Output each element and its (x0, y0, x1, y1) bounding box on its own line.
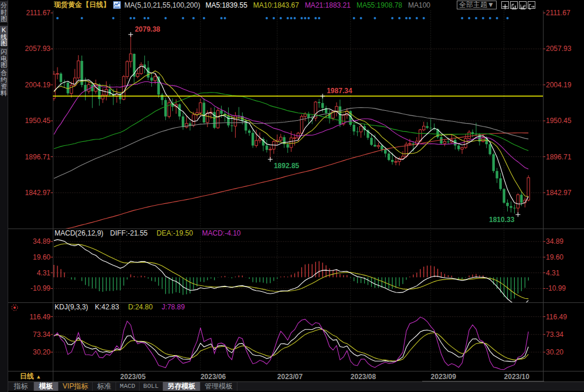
svg-text:1987.34: 1987.34 (327, 87, 352, 95)
svg-text:116.49: 116.49 (29, 313, 50, 321)
symbol-title: 现货黄金【日线】 (54, 0, 110, 10)
tab-templates[interactable]: 模板 (34, 382, 59, 391)
ma55-value: MA55:1908.78 (356, 1, 402, 9)
sidebar-tab-contract-info[interactable]: 合约资料 (0, 69, 8, 96)
exit-fullscreen-icon[interactable] (528, 1, 535, 9)
svg-text:-10.99: -10.99 (30, 284, 50, 292)
svg-text:2023/05: 2023/05 (120, 373, 146, 381)
tab-macd[interactable]: MACD (116, 382, 140, 391)
tab-standard[interactable]: 标准 (93, 382, 116, 391)
svg-text:1892.85: 1892.85 (274, 162, 300, 170)
tab-boll[interactable]: BOLL (140, 382, 163, 391)
kdj-j-value: J:78.89 (162, 303, 185, 311)
svg-text:2023/09: 2023/09 (431, 373, 457, 381)
svg-text:2079.38: 2079.38 (135, 25, 161, 33)
alert-icon[interactable] (11, 304, 19, 314)
svg-text:2023/06: 2023/06 (201, 373, 226, 381)
kline-chart-icon[interactable] (113, 1, 121, 9)
kdj-k-value: K:42.83 (95, 303, 119, 311)
svg-text:1842.97: 1842.97 (25, 189, 51, 197)
svg-text:2023/08: 2023/08 (351, 373, 376, 381)
tab-manage-templates[interactable]: 管理模板 (201, 382, 237, 391)
svg-text:34.89: 34.89 (33, 237, 50, 246)
ma21-value: MA21:1883.21 (305, 1, 351, 9)
svg-text:116.49: 116.49 (546, 313, 567, 321)
svg-text:2057.93: 2057.93 (25, 45, 51, 53)
svg-text:2111.67: 2111.67 (546, 9, 571, 17)
svg-text:-10.99: -10.99 (546, 284, 566, 292)
kdj-d-value: D:24.80 (128, 303, 152, 311)
crosshair-tool-icon[interactable] (501, 1, 509, 9)
sidebar-tab-timeline-chart[interactable]: 分时图 (0, 1, 8, 23)
period-selector[interactable]: 日线 ▲ (8, 372, 53, 381)
kdj-indicator-title: KDJ(9,3,3) K:42.83 D:24.80 J:78.89 (55, 304, 185, 311)
ma10-value: MA10:1843.67 (253, 1, 299, 9)
indicator-window-up-icon[interactable] (510, 1, 518, 9)
bottom-tab-bar: 指标 模板 VIP指标 标准 MACD BOLL 另存模板 管理模板 (8, 381, 584, 391)
tab-indicators[interactable]: 指标 (8, 382, 34, 391)
macd-macd-value: MACD:-4.10 (202, 229, 240, 237)
svg-text:1950.45: 1950.45 (546, 117, 572, 125)
theme-dropdown[interactable]: 全部主题▼ (457, 1, 497, 9)
macd-params: MACD(26,12,9) (55, 229, 103, 237)
tab-save-template[interactable]: 另存模板 (163, 382, 201, 391)
svg-text:30.20: 30.20 (33, 348, 50, 356)
svg-text:4.31: 4.31 (37, 269, 51, 277)
time-axis-labels: 2023/052023/062023/072023/082023/092023/… (120, 373, 529, 381)
svg-text:2057.93: 2057.93 (546, 45, 572, 53)
svg-text:19.60: 19.60 (33, 253, 50, 261)
up-arrow-icon: ▲ (36, 374, 41, 380)
svg-text:1896.71: 1896.71 (25, 153, 51, 161)
svg-text:34.89: 34.89 (546, 237, 563, 246)
svg-text:73.34: 73.34 (33, 330, 50, 339)
ma5-value: MA5:1839.55 (205, 1, 247, 9)
left-sidebar: 分时图 K线图 闪电图 合约资料 (0, 0, 8, 392)
svg-text:1896.71: 1896.71 (546, 153, 572, 161)
svg-text:73.34: 73.34 (546, 330, 563, 339)
svg-text:2023/07: 2023/07 (277, 373, 303, 381)
header-controls: 全部主题▼ (457, 1, 535, 9)
trading-app: 2079.381987.341892.851810.332111.672111.… (0, 0, 584, 392)
svg-text:2004.19: 2004.19 (546, 81, 572, 89)
svg-text:4.31: 4.31 (546, 269, 560, 277)
svg-text:2111.67: 2111.67 (26, 9, 50, 17)
svg-text:1842.97: 1842.97 (546, 189, 572, 197)
svg-text:2023/10: 2023/10 (504, 373, 530, 381)
svg-text:1950.45: 1950.45 (25, 117, 51, 125)
macd-diff-value: DIFF:-21.55 (110, 229, 148, 237)
svg-text:19.60: 19.60 (546, 253, 563, 261)
svg-text:2004.19: 2004.19 (25, 81, 51, 89)
svg-text:1810.33: 1810.33 (489, 216, 515, 224)
indicator-window-right-icon[interactable] (519, 1, 527, 9)
kdj-params: KDJ(9,3,3) (55, 303, 88, 311)
chart-canvas[interactable]: 2079.381987.341892.851810.332111.672111.… (0, 0, 584, 392)
tab-vip-indicators[interactable]: VIP指标 (59, 382, 93, 391)
macd-dea-value: DEA:-19.50 (157, 229, 193, 237)
sidebar-tab-kline-chart[interactable]: K线图 (0, 26, 8, 47)
sidebar-tab-flash-chart[interactable]: 闪电图 (0, 47, 8, 68)
ma-settings-label: MA(5,10,21,55,100,200) (124, 1, 200, 9)
macd-indicator-title: MACD(26,12,9) DIFF:-21.55 DEA:-19.50 MAC… (55, 230, 241, 237)
ma100-value: MA100 (408, 1, 430, 9)
svg-text:30.20: 30.20 (546, 348, 563, 356)
